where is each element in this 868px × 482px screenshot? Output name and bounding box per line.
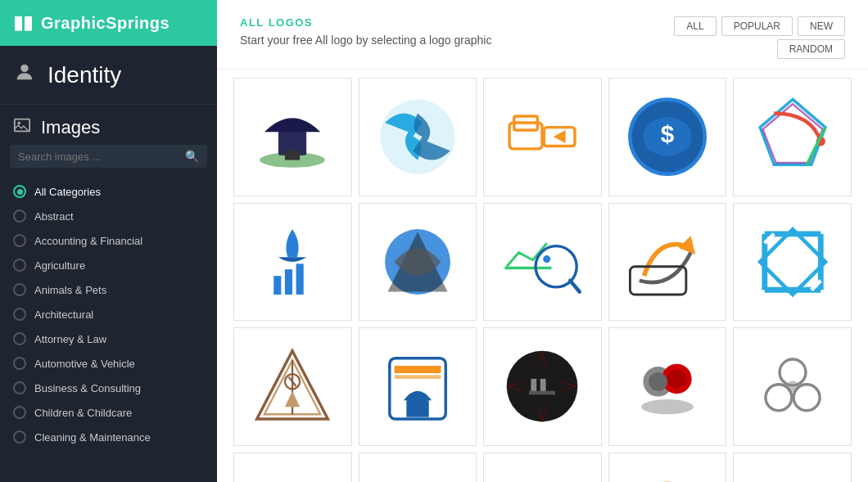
logo-icon: ▮▮ xyxy=(13,12,33,34)
filter-all-button[interactable]: ALL xyxy=(674,16,716,36)
category-label: Architectural xyxy=(34,309,93,321)
category-item[interactable]: Animals & Pets xyxy=(0,277,217,302)
svg-point-45 xyxy=(649,372,667,391)
svg-text:$: $ xyxy=(661,120,675,147)
header-left: ALL LOGOS Start your free All logo by se… xyxy=(240,16,491,47)
filter-row2: RANDOM xyxy=(777,39,845,59)
identity-section[interactable]: Identity xyxy=(0,46,217,105)
category-label: Children & Childcare xyxy=(34,407,132,419)
category-dot xyxy=(13,185,26,198)
category-item[interactable]: Children & Childcare xyxy=(0,400,217,425)
all-logos-title: ALL LOGOS xyxy=(240,16,491,29)
svg-point-47 xyxy=(641,399,694,414)
category-dot xyxy=(13,430,26,444)
logo-card[interactable] xyxy=(483,203,602,322)
category-item[interactable]: Attorney & Law xyxy=(0,327,217,351)
logo-card[interactable] xyxy=(359,203,477,322)
category-dot xyxy=(13,406,26,419)
logo-card[interactable] xyxy=(608,327,727,446)
main-header: ALL LOGOS Start your free All logo by se… xyxy=(217,0,868,70)
svg-point-51 xyxy=(787,381,798,393)
category-dot xyxy=(13,234,26,247)
category-label: Abstract xyxy=(34,210,74,223)
svg-rect-35 xyxy=(394,376,441,380)
category-item[interactable]: Cleaning & Maintenance xyxy=(0,425,217,449)
logo-card[interactable] xyxy=(733,203,852,322)
search-bar: 🔍 xyxy=(10,145,207,168)
category-label: Cleaning & Maintenance xyxy=(34,431,151,444)
category-dot xyxy=(13,259,26,272)
categories-list: All CategoriesAbstractAccounting & Finan… xyxy=(0,176,217,482)
category-item[interactable]: Agriculture xyxy=(0,253,217,277)
logo-card[interactable] xyxy=(483,453,602,482)
logo-card[interactable] xyxy=(233,453,352,482)
filter-popular-button[interactable]: POPULAR xyxy=(721,16,793,36)
logo-card[interactable]: $ xyxy=(608,78,727,196)
category-item[interactable]: Automotive & Vehicle xyxy=(0,351,217,376)
category-dot xyxy=(13,381,26,394)
logo-card[interactable] xyxy=(483,78,602,196)
svg-rect-34 xyxy=(394,366,441,373)
svg-rect-18 xyxy=(296,264,304,295)
category-label: All Categories xyxy=(34,186,101,198)
category-dot xyxy=(13,357,26,370)
svg-rect-5 xyxy=(285,151,300,160)
logo-card[interactable] xyxy=(733,453,852,482)
category-label: Accounting & Financial xyxy=(34,235,142,247)
svg-point-0 xyxy=(20,65,28,72)
svg-marker-11 xyxy=(554,130,566,143)
filter-random-button[interactable]: RANDOM xyxy=(777,39,845,59)
category-label: Agriculture xyxy=(34,259,85,272)
search-input[interactable] xyxy=(18,151,185,163)
logos-grid-wrapper: $ xyxy=(217,70,868,482)
category-item[interactable]: All Categories xyxy=(0,179,217,204)
logo-bar[interactable]: ▮▮ GraphicSprings xyxy=(0,0,217,46)
category-label: Animals & Pets xyxy=(34,284,106,296)
header-top: ALL LOGOS Start your free All logo by se… xyxy=(240,16,845,59)
svg-rect-16 xyxy=(274,276,281,295)
header-right: ALL POPULAR NEW RANDOM xyxy=(674,16,845,59)
svg-point-46 xyxy=(667,370,686,389)
images-section[interactable]: Images xyxy=(0,105,217,145)
logo-card[interactable] xyxy=(233,78,352,196)
images-icon xyxy=(13,116,31,138)
logo-card[interactable] xyxy=(733,78,852,196)
filter-new-button[interactable]: NEW xyxy=(798,16,845,36)
category-dot xyxy=(13,308,26,321)
sidebar: ▮▮ GraphicSprings Identity Images 🔍 All … xyxy=(0,0,217,482)
svg-rect-26 xyxy=(764,234,820,290)
logo-text: GraphicSprings xyxy=(41,14,170,33)
svg-rect-42 xyxy=(530,391,556,395)
svg-marker-30 xyxy=(285,391,300,407)
category-item[interactable]: Business & Consulting xyxy=(0,376,217,400)
logos-grid: $ xyxy=(233,78,852,482)
svg-point-23 xyxy=(544,255,551,263)
svg-line-22 xyxy=(571,281,580,292)
category-item[interactable]: Abstract xyxy=(0,204,217,228)
logo-card[interactable] xyxy=(483,327,602,446)
category-item[interactable]: Accounting & Financial xyxy=(0,228,217,253)
logo-card[interactable] xyxy=(359,327,477,446)
svg-rect-17 xyxy=(285,269,292,295)
category-dot xyxy=(13,332,26,345)
identity-person-icon xyxy=(13,61,36,89)
logo-card[interactable] xyxy=(608,453,727,482)
category-label: Automotive & Vehicle xyxy=(34,358,135,370)
category-item[interactable]: Architectural xyxy=(0,302,217,327)
logo-card[interactable] xyxy=(233,203,352,322)
category-label: Attorney & Law xyxy=(34,333,106,345)
logo-card[interactable] xyxy=(233,327,352,446)
logo-card[interactable] xyxy=(608,203,727,322)
category-dot xyxy=(13,209,26,223)
all-logos-subtitle: Start your free All logo by selecting a … xyxy=(240,34,491,47)
category-label: Business & Consulting xyxy=(34,382,141,394)
logo-card[interactable] xyxy=(359,78,477,196)
logo-card[interactable] xyxy=(733,327,852,446)
filter-row1: ALL POPULAR NEW xyxy=(674,16,845,36)
logo-card[interactable] xyxy=(359,453,477,482)
main-content: ALL LOGOS Start your free All logo by se… xyxy=(217,0,868,482)
search-icon: 🔍 xyxy=(185,150,199,163)
svg-rect-20 xyxy=(505,267,552,269)
svg-point-37 xyxy=(408,396,427,403)
svg-point-2 xyxy=(18,121,21,124)
